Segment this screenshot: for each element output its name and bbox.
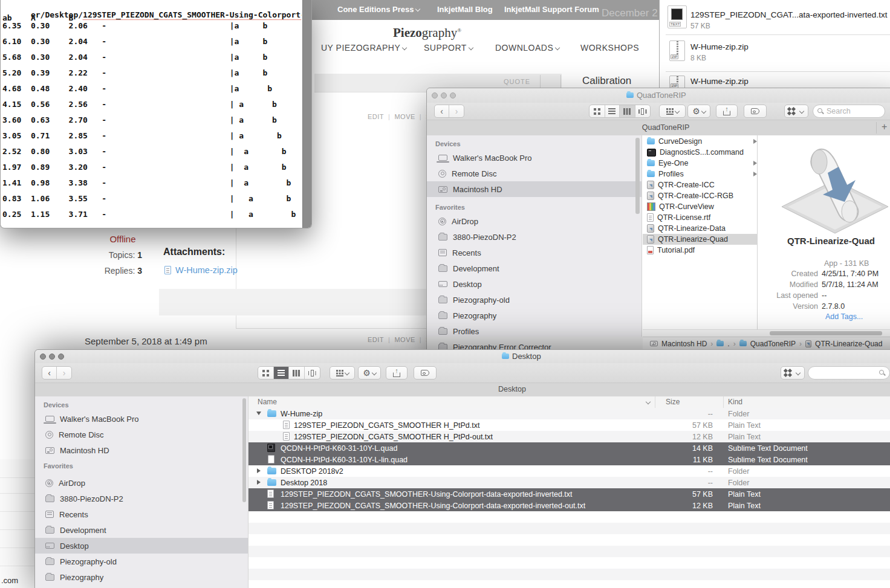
minimize-button[interactable] — [49, 354, 55, 360]
file-row[interactable]: QTR-License.rtf — [643, 212, 757, 223]
sidebar-item-development[interactable]: Development — [438, 261, 499, 276]
share-button[interactable] — [716, 105, 738, 118]
minimize-button[interactable] — [441, 92, 447, 99]
sidebar-item-piezography-old[interactable]: Piezography-old — [45, 554, 117, 569]
back-forward-buttons[interactable]: ‹ › — [434, 105, 464, 118]
move-link[interactable]: MOVE — [394, 113, 415, 120]
sidebar-item-desktop[interactable]: Desktop — [45, 538, 89, 553]
file-row-selected[interactable]: QCDN-H-PtPd-K60-31-10Y-L.quad 14 KB Subl… — [248, 442, 890, 454]
action-button[interactable]: ⚙ — [687, 105, 710, 118]
disclosure-open-icon[interactable] — [256, 412, 261, 415]
qtr-titlebar[interactable]: QuadToneRIP — [427, 88, 890, 103]
path-item-macintosh-hd[interactable]: Macintosh HD — [661, 340, 707, 348]
file-row[interactable]: QTR-Create-ICC-RGB — [643, 190, 757, 201]
qtr-finder-window[interactable]: QuadToneRIP ‹ › ⚙ QuadToneRIP + — [426, 88, 890, 351]
sidebar-item-macintosh-hd[interactable]: Macintosh HD — [45, 443, 109, 457]
coverflow-view-button[interactable] — [305, 367, 320, 379]
sidebar-item-recents[interactable]: Recents — [45, 507, 88, 522]
sidebar-item-3880[interactable]: 3880-PiezoDN-P2 — [45, 491, 123, 506]
column-view-button[interactable] — [620, 105, 635, 117]
zoom-button[interactable] — [450, 92, 456, 99]
zoom-button[interactable] — [58, 354, 64, 360]
column-header-size[interactable]: Size — [666, 398, 680, 406]
sidebar-item-piezography[interactable]: Piezography — [438, 308, 496, 323]
file-row[interactable]: Desktop 2018 -- Folder — [248, 477, 890, 488]
search-input[interactable] — [813, 105, 885, 118]
coverflow-view-button[interactable] — [635, 105, 651, 117]
sidebar-item-piezography[interactable]: Piezography — [45, 570, 103, 584]
file-row[interactable]: Eye-One — [643, 158, 757, 169]
sidebar-item-desktop[interactable]: Desktop — [438, 277, 482, 291]
sidebar-item-macbook[interactable]: Walker's MacBook Pro — [45, 412, 139, 426]
sidebar-item-macintosh-hd[interactable]: Macintosh HD — [438, 182, 502, 196]
back-button[interactable]: ‹ — [42, 367, 57, 379]
back-forward-buttons[interactable]: ‹ › — [42, 366, 72, 380]
edit-link[interactable]: EDIT — [368, 113, 384, 120]
forward-button[interactable]: › — [449, 105, 464, 117]
tags-button[interactable] — [744, 105, 767, 118]
column-divider[interactable] — [723, 396, 724, 408]
quote-button[interactable]: QUOTE — [504, 78, 530, 85]
disclosure-closed-icon[interactable] — [257, 480, 261, 485]
file-row-selected[interactable]: QCDN-H-PtPd-K60-31-10Y-L-lin.quad 11 KB … — [248, 454, 890, 465]
column-header-name[interactable]: Name — [258, 398, 277, 406]
list-view-button[interactable] — [605, 105, 620, 117]
terminal-window[interactable]: er/Desktop/129STEP_PIEZODN_CGATS_SMOOTHE… — [0, 0, 312, 228]
file-row[interactable]: W-Hume-zip -- Folder — [248, 408, 890, 419]
file-row-selected[interactable]: 129STEP_PIEZODN_CGATS_SMOOTHER-Using-Col… — [248, 488, 890, 500]
desktop-finder-window[interactable]: Desktop ‹ › ⚙ Desktop Nam — [34, 349, 890, 588]
file-row[interactable]: QTR-Create-ICC — [643, 179, 757, 190]
file-row-selected[interactable]: 129STEP_PIEZODN_CGATS_SMOOTHER-Using-Col… — [248, 500, 890, 511]
file-row[interactable]: QTR-CurveView — [643, 201, 757, 212]
tags-button[interactable] — [414, 366, 437, 380]
nav-support-forum[interactable]: InkjetMall Support Forum — [504, 5, 599, 14]
sidebar-item-development[interactable]: Development — [45, 523, 106, 537]
menu-workshops[interactable]: WORKSHOPS — [580, 43, 639, 53]
icon-view-button[interactable] — [590, 105, 605, 117]
view-switcher[interactable] — [258, 366, 320, 380]
action-button[interactable]: ⚙ — [358, 366, 381, 380]
sidebar-item-3880[interactable]: 3880-PiezoDN-P2 — [438, 230, 516, 244]
dropbox-button[interactable] — [781, 366, 805, 380]
download-item[interactable]: 129STEP_PIEZODN_CGAT...ata-exported-inve… — [660, 4, 890, 34]
sidebar-item-airdrop[interactable]: AirDrop — [438, 214, 478, 228]
close-button[interactable] — [40, 354, 46, 360]
arrange-button[interactable] — [659, 105, 686, 118]
tab-quadtonerip[interactable]: QuadToneRIP — [427, 123, 890, 132]
tab-desktop[interactable]: Desktop — [498, 385, 526, 393]
edit-link[interactable]: EDIT — [368, 336, 384, 343]
attachment-link[interactable]: W-Hume-zip.zip — [175, 265, 238, 275]
file-row[interactable]: 129STEP_PIEZODN_CGATS_SMOOTHER H_PtPd-ou… — [248, 431, 890, 442]
sidebar-item-piezography-old[interactable]: Piezography-old — [438, 292, 510, 307]
close-button[interactable] — [432, 92, 438, 99]
sidebar-item-profiles[interactable]: Profiles — [438, 324, 479, 338]
forward-button[interactable]: › — [57, 367, 71, 379]
sidebar-scrollbar[interactable] — [242, 398, 246, 502]
nav-cone-editions[interactable]: Cone Editions Press — [337, 5, 420, 14]
download-item[interactable]: W-Hume-zip.zip 8 KB — [660, 37, 890, 70]
qtr-tabbar[interactable]: QuadToneRIP + — [427, 120, 890, 136]
move-link[interactable]: MOVE — [394, 336, 415, 343]
column-view-button[interactable] — [289, 367, 305, 379]
menu-support[interactable]: SUPPORT — [424, 43, 473, 53]
sidebar-item-partial[interactable] — [45, 586, 54, 588]
nav-inkjetmall-blog[interactable]: InkjetMall Blog — [437, 5, 493, 14]
desktop-tabbar[interactable]: Desktop — [35, 383, 890, 397]
column-header-kind[interactable]: Kind — [728, 398, 742, 406]
new-tab-button[interactable]: + — [882, 121, 887, 132]
file-row[interactable]: Tutorial.pdf — [643, 245, 757, 256]
icon-view-button[interactable] — [258, 367, 274, 379]
sidebar-scrollbar[interactable] — [635, 138, 640, 214]
piezography-logo[interactable]: Piezography® — [393, 25, 461, 40]
sidebar-item-remote-disc[interactable]: Remote Disc — [438, 166, 496, 181]
sidebar-item-remote-disc[interactable]: Remote Disc — [45, 427, 103, 442]
disclosure-closed-icon[interactable] — [257, 468, 261, 473]
file-row[interactable]: QTR-Linearize-Data — [643, 223, 757, 234]
terminal-scrollbar[interactable] — [302, 0, 311, 228]
search-input[interactable] — [808, 366, 890, 380]
file-row[interactable]: Profiles — [643, 169, 757, 179]
column-divider[interactable] — [655, 396, 655, 408]
sidebar-item-macbook[interactable]: Walker's MacBook Pro — [438, 150, 532, 165]
add-tags-link[interactable]: Add Tags... — [825, 312, 863, 321]
path-item-qtr-linearize-quad[interactable]: QTR-Linearize-Quad — [815, 340, 882, 348]
